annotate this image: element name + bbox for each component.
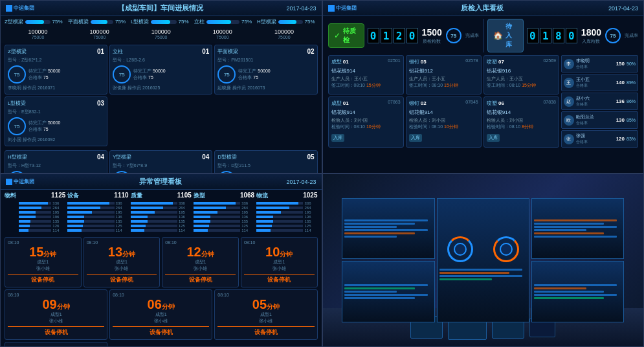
qc-circle1: 75 [446,28,461,43]
anomaly-card-2: 08:10 12分钟 成型1 张小雄 设备停机 [162,237,239,287]
panel-qc: 中运集团 质检入库看板 2017-04-23 ✓ 待质检 0 1 2 0 150… [322,0,645,174]
screen-grid [342,198,624,322]
progress-pct-0: 75% [52,19,65,25]
qc-content: 成型 01 02501 铝花银914 生产人员：王小五 签工时间：08:10 1… [323,55,644,150]
qc-stat1: 1500 质检粒数 [422,27,442,45]
anomaly-bot-cards: 08:10 09分钟 成型1 张小雄 设备停机 08:10 06分钟 成型1 张… [1,289,322,347]
progress-item-4: H型横梁 75% [257,18,318,25]
panel3-date: 2017-04-23 [286,179,316,185]
work-card-6: D型横梁 05 型号：D型211.5 75 待完工产 50000 合格率 75 … [214,150,317,174]
progress-label-2: L型横梁 [131,18,149,25]
progress-row: Z型横梁 75% 平面横梁 75% L型横梁 75% 立柱 75% H型横梁 [5,18,318,25]
screen-2 [531,198,624,259]
panel-anomaly: 中运集团 异常管理看板 2017-04-23 物料 1125 336 264 1… [0,174,322,347]
work-card-grid-top: Z型横梁 01 型号：Z型62*1.2 75 待完工产 50000 合格率 75… [1,43,322,148]
panel2-title: 质检入库看板 [461,3,504,13]
person-item-2: 赵 赵小六 合格率 136 86% [561,93,638,110]
work-card-4: H型横梁 04 型号：H型73-12 75 待完工产 50000 合格率 75 … [5,150,107,174]
qc-card-2: 喷塑 07 02569 铝花银916 生产人员：王小五 签工时间：08:10 1… [483,55,559,95]
work-card-3: L型横梁 03 型号：E型832-1 75 待完工产 50000 合格率 75 … [5,96,107,146]
panel3-header: 中运集团 异常管理看板 2017-04-23 [1,174,322,190]
screen-3 [342,261,434,322]
anomaly-card-0: 08:10 15分钟 成型1 张小雄 设备停机 [5,237,82,287]
progress-section: Z型横梁 75% 平面横梁 75% L型横梁 75% 立柱 75% H型横梁 [1,16,322,43]
progress-bar-0 [25,20,50,24]
anomaly-cat-1: 设备 1110 336 264 195 136 135 125 114 [67,192,128,233]
anomaly-cat-2: 质量 1105 336 264 195 136 135 125 114 [131,192,192,233]
progress-item-2: L型横梁 75% [131,18,192,25]
qc-card-5: 喷塑 06 07838 铝花银914 检验人员：刘小国 检验时间：08:10 8… [483,96,559,148]
warehouse-badge: 🏠 待入库 [487,19,524,52]
person-item-4: 张 张强 合格率 120 83% [561,130,638,148]
panel1-date: 2017-04-23 [286,5,316,12]
qc-main-cards: 成型 01 02501 铝花银914 生产人员：王小五 签工时间：08:10 1… [328,55,559,148]
screen-0 [342,198,434,259]
anomaly-card-bot-2: 08:10 05分钟 成型1 张小雄 设备停机 [214,289,317,340]
progress-bar-2 [151,20,176,24]
digits-left: 0 1 2 0 [368,28,418,43]
progress-pct-1: 75% [115,19,128,25]
work-card-2: 平面横梁 02 型号：PM201501 75 待完工产 50000 合格率 75… [214,45,317,95]
work-card-0: Z型横梁 01 型号：Z型62*1.2 75 待完工产 50000 合格率 75… [5,45,107,95]
qc-card-1: 铆钉 05 02578 铝花银912 生产人员：王小五 签工时间：08:10 1… [406,55,482,95]
progress-item-3: 立柱 75% [194,18,255,25]
progress-pct-3: 75% [241,19,254,25]
panel2-logo-text: 中运集团 [336,5,357,12]
panel3-logo: 中运集团 [6,178,34,185]
work-card-grid-bot: H型横梁 04 型号：H型73-12 75 待完工产 50000 合格率 75 … [1,148,322,174]
anomaly-cat-4: 物流 1025 336 264 195 136 135 125 114 [256,192,317,233]
qc-left: ✓ 待质检 0 1 2 0 [328,23,418,48]
anomaly-cat-3: 换型 1068 336 264 195 136 135 125 114 [194,192,254,233]
anomaly-cat-0: 物料 1125 336 264 195 196 135 126 114 [5,192,65,233]
anomaly-card-bot-3: 无异常 [5,342,107,347]
num-display-4: 100000 75000 [254,28,313,39]
person-item-3: 欧 欧阳兰兰 合格率 130 85% [561,111,638,129]
panel1-logo-text: 中运集团 [14,5,34,12]
divider [483,19,483,52]
panel1-header: 中运集团 【成型车间】车间进展情况 2017-04-23 [1,1,322,16]
person-item-1: 王 王小五 合格率 140 89% [561,74,638,91]
dashboard-display-photo [323,174,644,346]
progress-pct-2: 75% [179,19,192,25]
qc-card-0: 成型 01 02501 铝花银914 生产人员：王小五 签工时间：08:10 1… [328,55,404,95]
progress-item-1: 平面横梁 75% [68,18,129,25]
num-display-1: 100000 75000 [70,28,129,39]
progress-bar-1 [91,20,114,24]
progress-bar-4 [278,20,303,24]
anomaly-card-1: 08:10 13分钟 成型1 张小雄 设备停机 [83,237,161,287]
anomaly-card-bot-1: 08:10 06分钟 成型1 张小雄 设备停机 [109,289,212,340]
progress-pct-4: 75% [305,19,318,25]
panel3-logo-text: 中运集团 [14,178,34,185]
anomaly-top-cards: 08:10 15分钟 成型1 张小雄 设备停机 08:10 13分钟 成型1 张… [1,235,322,289]
panel3-title: 异常管理看板 [139,177,182,186]
screen-4 [531,261,624,322]
screen-1 [437,198,529,322]
panel2-date: 2017-04-23 [608,5,638,12]
panel1-logo: 中运集团 [6,5,34,12]
progress-label-0: Z型横梁 [5,18,23,25]
progress-item-0: Z型横梁 75% [5,18,65,25]
qc-right: 🏠 待入库 0 1 8 0 [487,19,577,52]
qc-stat2: 1800 入库粒数 [581,27,601,45]
num-display-2: 100000 75000 [131,28,190,39]
panel2-header: 中运集团 质检入库看板 2017-04-23 [323,1,644,16]
progress-bar-3 [206,20,240,24]
panel2-logo: 中运集团 [328,5,357,12]
qc-circle2: 75 [605,28,621,43]
num-display-0: 100000 75000 [8,28,67,39]
panel-production: 中运集团 【成型车间】车间进展情况 2017-04-23 Z型横梁 75% 平面… [0,0,322,174]
number-display-row: 100000 75000 100000 75000 100000 75000 1… [5,27,318,41]
qc-card-4: 铆钉 02 07845 铝花银914 检验人员：刘小国 检验时间：08:10 1… [406,96,482,148]
work-card-1: 立柱 01 型号：LZ6B-2.6 75 待完工产 50000 合格率 75 张… [109,45,212,95]
panel1-title: 【成型车间】车间进展情况 [118,3,203,13]
progress-label-4: H型横梁 [257,18,276,25]
qc-badge: ✓ 待质检 [328,23,364,48]
work-card-5: Y型横梁 04 型号：Y型67*8.9 75 待完工产 50000 合格率 75… [109,150,212,174]
progress-label-1: 平面横梁 [68,18,89,25]
anomaly-card-3: 08:10 10分钟 成型1 张小雄 设备停机 [241,237,318,287]
person-side-list: 李 李晓明 合格率 150 90% 王 王小五 合格率 140 89% 赵 [561,55,638,148]
qc-top-section: ✓ 待质检 0 1 2 0 1500 质检粒数 75 完成率 🏠 待入库 0 [323,16,644,55]
person-item-0: 李 李晓明 合格率 150 90% [561,55,638,73]
progress-label-3: 立柱 [194,18,205,25]
num-display-3: 100000 75000 [193,28,252,39]
